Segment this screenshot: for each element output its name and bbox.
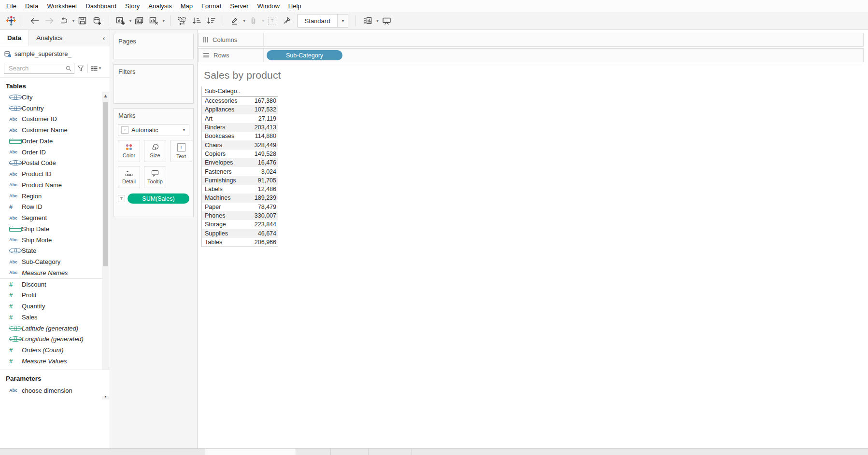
field-row[interactable]: Abc Order ID	[0, 147, 102, 158]
table-row[interactable]: Chairs 328,449	[202, 140, 278, 149]
swap-rows-and-columns-button[interactable]	[176, 14, 188, 28]
show-mark-labels-button[interactable]: T	[266, 14, 279, 28]
field-row[interactable]: Abc Product ID	[0, 168, 102, 179]
view-mode-caret-icon[interactable]: ▼	[337, 14, 348, 27]
table-row[interactable]: Tables 206,966	[202, 238, 278, 247]
sheet-title[interactable]: Sales by product	[204, 69, 281, 81]
column-header[interactable]: Sub-Catego..	[202, 86, 278, 97]
menu-item[interactable]: Format	[197, 0, 226, 12]
view-mode-select[interactable]: Standard ▼	[297, 14, 349, 28]
field-row[interactable]: Abc Sub-Category	[0, 256, 102, 267]
table-row[interactable]: Copiers 149,528	[202, 150, 278, 158]
search-input[interactable]	[8, 64, 66, 72]
sheet-tab-segment[interactable]	[295, 449, 331, 455]
add-datasource-button[interactable]	[91, 14, 103, 28]
replay-caret-icon[interactable]: ▼	[71, 19, 75, 23]
menu-item[interactable]: Worksheet	[43, 0, 81, 12]
highlight-caret-icon[interactable]: ▼	[242, 19, 246, 23]
table-row[interactable]: Storage 223,844	[202, 220, 278, 229]
fix-axes-button[interactable]	[281, 14, 293, 28]
table-row[interactable]: Furnishings 91,705	[202, 176, 278, 185]
clear-sheet-caret-icon[interactable]: ▼	[162, 19, 166, 23]
field-row[interactable]: # Discount	[0, 279, 102, 290]
field-row[interactable]: # Orders (Count)	[0, 345, 102, 356]
sum-sales-pill[interactable]: SUM(Sales)	[128, 193, 189, 204]
menu-item[interactable]: Window	[253, 0, 284, 12]
table-row[interactable]: Appliances 107,532	[202, 105, 278, 114]
group-members-button[interactable]	[247, 14, 260, 28]
table-row[interactable]: Bookcases 114,880	[202, 132, 278, 140]
field-row[interactable]: Postal Code	[0, 158, 102, 169]
new-worksheet-caret-icon[interactable]: ▼	[128, 19, 132, 23]
field-row[interactable]: Abc Segment	[0, 212, 102, 223]
filters-card[interactable]: Filters	[114, 64, 194, 104]
field-row[interactable]: Abc Customer ID	[0, 114, 102, 125]
detail-button[interactable]: Detail	[118, 166, 140, 188]
menu-item[interactable]: Help	[284, 0, 306, 12]
text-encoding-icon[interactable]: T	[118, 195, 125, 202]
columns-shelf[interactable]: Columns	[198, 33, 864, 47]
menu-item[interactable]: Dashboard	[81, 0, 121, 12]
pages-card[interactable]: Pages	[114, 34, 194, 59]
undo-button[interactable]	[28, 14, 41, 28]
rows-shelf[interactable]: Rows Sub-Category	[198, 48, 864, 62]
color-button[interactable]: Color	[118, 140, 140, 162]
field-row[interactable]: Latitude (generated)	[0, 323, 102, 334]
menu-item[interactable]: Server	[226, 0, 253, 12]
table-row[interactable]: Machines 189,239	[202, 193, 278, 202]
table-row[interactable]: Paper 78,479	[202, 203, 278, 211]
field-row[interactable]: Abc Measure Names	[0, 267, 102, 279]
table-row[interactable]: Supplies 46,674	[202, 229, 278, 237]
menu-item[interactable]: File	[2, 0, 21, 12]
view-as-list-caret-icon[interactable]: ▼	[98, 66, 102, 70]
menu-item[interactable]: Data	[21, 0, 43, 12]
redo-button[interactable]	[43, 14, 56, 28]
menu-item[interactable]: Analysis	[144, 0, 176, 12]
tab-analytics[interactable]: Analytics	[29, 30, 70, 46]
sub-category-pill[interactable]: Sub-Category	[267, 50, 342, 60]
duplicate-sheet-button[interactable]	[133, 14, 146, 28]
show-me-button[interactable]	[361, 14, 374, 28]
group-members-caret-icon[interactable]: ▼	[261, 19, 265, 23]
table-row[interactable]: Art 27,119	[202, 114, 278, 123]
filter-fields-icon[interactable]	[77, 65, 84, 71]
field-row[interactable]: # Measure Values	[0, 356, 102, 367]
field-row[interactable]: City	[0, 92, 102, 103]
field-row[interactable]: Abc Customer Name	[0, 124, 102, 136]
menu-item[interactable]: Map	[176, 0, 197, 12]
datasource-row[interactable]: sample_superstore_	[0, 46, 110, 61]
field-row[interactable]: Abc choose dimension	[0, 385, 110, 396]
size-button[interactable]: Size	[144, 140, 166, 162]
table-row[interactable]: Envelopes 16,476	[202, 158, 278, 167]
table-row[interactable]: Fasteners 3,024	[202, 167, 278, 176]
field-row[interactable]: Abc Ship Mode	[0, 234, 102, 246]
tab-data[interactable]: Data	[0, 30, 29, 46]
field-row[interactable]: Longitude (generated)	[0, 334, 102, 345]
new-worksheet-button[interactable]	[114, 14, 127, 28]
table-row[interactable]: Labels 12,486	[202, 185, 278, 193]
save-button[interactable]	[76, 14, 89, 28]
table-row[interactable]: Binders 203,413	[202, 123, 278, 132]
sort-descending-button[interactable]	[205, 14, 217, 28]
highlight-button[interactable]	[228, 14, 241, 28]
sheet-tab-segment[interactable]	[330, 449, 369, 455]
sheet-tab-segment[interactable]	[368, 449, 412, 455]
active-sheet-tab[interactable]	[205, 449, 296, 455]
scrollbar-thumb[interactable]	[103, 102, 108, 266]
view-as-list-icon[interactable]	[91, 66, 98, 71]
presentation-mode-button[interactable]	[380, 14, 393, 28]
table-row[interactable]: Phones 330,007	[202, 211, 278, 220]
field-row[interactable]: # Row ID	[0, 202, 102, 213]
field-row[interactable]: Ship Date	[0, 223, 102, 234]
sort-ascending-button[interactable]	[190, 14, 203, 28]
replay-icon[interactable]	[57, 14, 70, 28]
field-row[interactable]: # Quantity	[0, 301, 102, 312]
clear-sheet-button[interactable]	[148, 14, 160, 28]
field-row[interactable]: State	[0, 246, 102, 257]
field-row[interactable]: Order Date	[0, 136, 102, 147]
fields-scrollbar[interactable]: ▲ ▼	[102, 92, 109, 400]
show-me-caret-icon[interactable]: ▼	[375, 19, 379, 23]
tooltip-button[interactable]: Tooltip	[144, 166, 166, 188]
scroll-up-icon[interactable]: ▲	[102, 92, 109, 99]
field-row[interactable]: Country	[0, 103, 102, 114]
